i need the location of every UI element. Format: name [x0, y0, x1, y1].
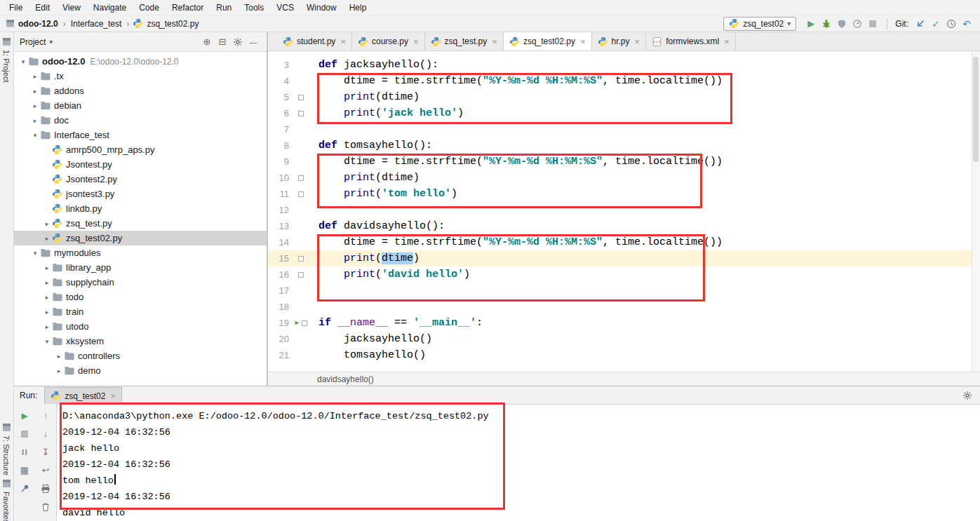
git-history-button[interactable]: [944, 16, 959, 32]
git-rollback-button[interactable]: ↶: [959, 16, 974, 32]
tree-item-debian[interactable]: ▸debian: [14, 98, 267, 113]
close-tab-icon[interactable]: ×: [724, 36, 730, 47]
code-line[interactable]: 18: [268, 299, 980, 315]
tree-item-doc[interactable]: ▸doc: [14, 113, 267, 128]
pause-button[interactable]: [18, 446, 32, 458]
tree-toggle-icon[interactable]: ▾: [30, 250, 40, 257]
debug-button[interactable]: [819, 16, 834, 32]
tree-item-controllers[interactable]: ▸controllers: [14, 349, 267, 363]
profiler-button[interactable]: [850, 16, 865, 32]
code-line[interactable]: 14 dtime = time.strftime("%Y-%m-%d %H:%M…: [268, 234, 980, 250]
tree-item-amrp500_mrp_aps.py[interactable]: amrp500_mrp_aps.py: [14, 142, 267, 157]
tree-item-library_app[interactable]: ▸library_app: [14, 260, 267, 275]
tree-item-jsontest2.py[interactable]: Jsontest2.py: [14, 172, 267, 187]
tree-item-.tx[interactable]: ▸.tx: [14, 69, 267, 83]
code-line[interactable]: 15 print(dtime): [268, 250, 980, 266]
close-tab-icon[interactable]: ×: [635, 36, 640, 47]
tree-item-linkdb.py[interactable]: linkdb.py: [14, 201, 267, 216]
editor-tab-course.py[interactable]: course.py×: [352, 32, 425, 50]
tree-item-train[interactable]: ▸train: [14, 304, 267, 319]
menu-item-view[interactable]: View: [56, 0, 87, 15]
tree-toggle-icon[interactable]: ▸: [30, 73, 40, 80]
git-commit-button[interactable]: ✓: [928, 16, 944, 32]
tree-item-zsq_test.py[interactable]: ▸zsq_test.py: [14, 216, 267, 231]
scroll-end-button[interactable]: ↧: [39, 446, 53, 458]
code-line[interactable]: 4 dtime = time.strftime("%Y-%m-%d %H:%M:…: [268, 73, 980, 89]
breadcrumb-item[interactable]: odoo-12.0: [17, 19, 60, 29]
console-output[interactable]: D:\anaconda3\python.exe E:/odoo-12.0/odo…: [56, 404, 980, 521]
menu-item-window[interactable]: Window: [300, 0, 343, 15]
tree-toggle-icon[interactable]: ▸: [42, 220, 52, 227]
code-line[interactable]: 3def jacksayhello():: [268, 57, 980, 73]
tree-toggle-icon[interactable]: ▸: [42, 309, 52, 316]
tree-toggle-icon[interactable]: ▾: [18, 58, 28, 65]
tree-item-mymodules[interactable]: ▾mymodules: [14, 245, 267, 260]
up-stack-button[interactable]: ↑: [39, 410, 53, 421]
restore-layout-button[interactable]: ▦: [18, 464, 32, 476]
tree-toggle-icon[interactable]: ▾: [42, 338, 52, 345]
fold-marker-icon[interactable]: [298, 272, 304, 278]
close-tab-icon[interactable]: ×: [340, 36, 346, 47]
close-tab-icon[interactable]: ×: [492, 36, 497, 47]
menu-item-code[interactable]: Code: [133, 0, 166, 15]
editor-scrollbar[interactable]: [972, 51, 980, 372]
tree-toggle-icon[interactable]: ▸: [54, 353, 64, 360]
project-panel-title[interactable]: Project: [20, 37, 46, 47]
code-editor[interactable]: 3def jacksayhello():4 dtime = time.strft…: [268, 51, 980, 372]
menu-item-navigate[interactable]: Navigate: [87, 0, 133, 15]
soft-wrap-button[interactable]: ↩: [39, 464, 53, 476]
run-settings-gear-icon[interactable]: [960, 388, 974, 402]
tree-toggle-icon[interactable]: ▸: [54, 367, 64, 374]
tree-item-addons[interactable]: ▸addons: [14, 83, 267, 98]
tree-item-supplychain[interactable]: ▸supplychain: [14, 275, 267, 290]
code-line[interactable]: 20 jacksayhello(): [268, 331, 980, 347]
menu-item-refactor[interactable]: Refactor: [166, 0, 210, 15]
tree-item-utodo[interactable]: ▸utodo: [14, 319, 267, 334]
tree-toggle-icon[interactable]: ▸: [30, 117, 40, 124]
git-update-button[interactable]: [913, 16, 928, 32]
fold-marker-icon[interactable]: [298, 95, 304, 100]
code-line[interactable]: 9 dtime = time.strftime("%Y-%m-%d %H:%M:…: [268, 154, 980, 170]
tree-toggle-icon[interactable]: ▸: [42, 279, 52, 286]
stop-button[interactable]: [18, 428, 32, 440]
settings-button[interactable]: [230, 34, 246, 50]
tree-toggle-icon[interactable]: ▸: [42, 294, 52, 301]
menu-item-tools[interactable]: Tools: [238, 0, 270, 15]
menu-item-file[interactable]: File: [3, 0, 29, 15]
code-line[interactable]: 5 print(dtime): [268, 89, 980, 105]
code-line[interactable]: 16 print('david hello'): [268, 266, 980, 283]
tool-stripe-project[interactable]: 1: Project: [2, 38, 11, 82]
tree-item-xksystem[interactable]: ▾xksystem: [14, 334, 267, 349]
breadcrumb-item[interactable]: Interface_test: [69, 19, 123, 29]
tree-toggle-icon[interactable]: ▸: [30, 88, 40, 95]
code-line[interactable]: 11 print('tom hello'): [268, 186, 980, 202]
editor-tab-zsq_test02.py[interactable]: zsq_test02.py×: [504, 32, 592, 50]
print-button[interactable]: [39, 482, 53, 494]
run-button[interactable]: ▶: [803, 16, 819, 32]
editor-tab-hr.py[interactable]: hr.py×: [592, 32, 647, 50]
tree-item-zsq_test02.py[interactable]: ▸zsq_test02.py: [14, 231, 267, 245]
clear-button[interactable]: [39, 501, 53, 513]
code-line[interactable]: 6 print('jack hello'): [268, 105, 980, 121]
fold-marker-icon[interactable]: [302, 320, 307, 326]
run-config-select[interactable]: zsq_test02 ▾: [723, 17, 796, 31]
breadcrumb-item[interactable]: zsq_test02.py: [145, 19, 200, 29]
editor-tab-zsq_test.py[interactable]: zsq_test.py×: [425, 32, 504, 50]
menu-item-help[interactable]: Help: [343, 0, 373, 15]
stop-button[interactable]: [865, 16, 880, 32]
tree-item-todo[interactable]: ▸todo: [14, 290, 267, 304]
menu-item-vcs[interactable]: VCS: [270, 0, 300, 15]
breadcrumb-scope[interactable]: davidsayhello(): [317, 374, 374, 384]
tree-item-interface_test[interactable]: ▾Interface_test: [14, 128, 267, 142]
scrollbar-thumb[interactable]: [973, 57, 979, 162]
run-tab[interactable]: zsq_test02 ×: [44, 387, 122, 404]
locate-button[interactable]: ⊕: [199, 34, 215, 50]
menu-item-edit[interactable]: Edit: [29, 0, 56, 15]
rerun-button[interactable]: ▶: [18, 410, 32, 421]
tree-item-odoo-12.0[interactable]: ▾odoo-12.0E:\odoo-12.0\odoo-12.0: [14, 54, 267, 69]
tree-item-demo[interactable]: ▸demo: [14, 363, 267, 378]
fold-marker-icon[interactable]: [298, 256, 304, 262]
code-line[interactable]: 12: [268, 202, 980, 218]
fold-marker-icon[interactable]: [298, 191, 304, 197]
fold-marker-icon[interactable]: [298, 175, 304, 181]
